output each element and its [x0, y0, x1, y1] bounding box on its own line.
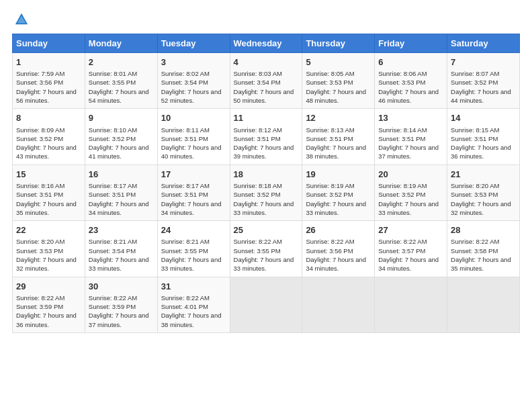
sunset-text: Sunset: 3:51 PM: [378, 135, 425, 142]
week-row-2: 8Sunrise: 8:09 AMSunset: 3:52 PMDaylight…: [13, 109, 520, 165]
sunrise-text: Sunrise: 8:14 AM: [378, 126, 427, 134]
day-number: 10: [161, 112, 226, 124]
daylight-text: Daylight: 7 hours and 48 minutes.: [306, 88, 366, 104]
day-number: 1: [16, 56, 81, 68]
daylight-text: Daylight: 7 hours and 38 minutes.: [306, 144, 366, 160]
sunrise-text: Sunrise: 8:17 AM: [89, 182, 137, 189]
sunset-text: Sunset: 4:01 PM: [161, 303, 208, 310]
day-number: 4: [234, 56, 299, 68]
daylight-text: Daylight: 7 hours and 40 minutes.: [161, 144, 222, 160]
sunrise-text: Sunrise: 8:22 AM: [234, 238, 282, 245]
sunrise-text: Sunrise: 8:15 AM: [451, 126, 499, 134]
sunrise-text: Sunrise: 8:17 AM: [161, 182, 210, 189]
day-cell: 9Sunrise: 8:10 AMSunset: 3:52 PMDaylight…: [85, 109, 157, 165]
day-cell: 18Sunrise: 8:18 AMSunset: 3:52 PMDayligh…: [230, 165, 302, 220]
sunset-text: Sunset: 3:52 PM: [451, 79, 498, 86]
sunset-text: Sunset: 3:55 PM: [89, 79, 136, 86]
day-number: 11: [234, 112, 299, 124]
daylight-text: Daylight: 7 hours and 34 minutes.: [378, 256, 439, 272]
daylight-text: Daylight: 7 hours and 32 minutes.: [451, 200, 511, 216]
day-cell: 22Sunrise: 8:20 AMSunset: 3:53 PMDayligh…: [13, 221, 85, 277]
sunset-text: Sunset: 3:55 PM: [161, 247, 208, 255]
daylight-text: Daylight: 7 hours and 32 minutes.: [16, 256, 77, 272]
day-number: 24: [161, 224, 226, 236]
day-number: 15: [16, 169, 81, 181]
day-cell: 7Sunrise: 8:07 AMSunset: 3:52 PMDaylight…: [447, 53, 520, 109]
day-number: 9: [89, 112, 154, 124]
day-cell: 25Sunrise: 8:22 AMSunset: 3:55 PMDayligh…: [230, 221, 302, 277]
day-number: 25: [234, 224, 299, 236]
sunset-text: Sunset: 3:53 PM: [451, 191, 498, 198]
sunset-text: Sunset: 3:58 PM: [451, 247, 498, 255]
day-cell: 8Sunrise: 8:09 AMSunset: 3:52 PMDaylight…: [13, 109, 85, 165]
daylight-text: Daylight: 7 hours and 33 minutes.: [161, 256, 222, 272]
header: [12, 12, 520, 27]
day-cell: 29Sunrise: 8:22 AMSunset: 3:59 PMDayligh…: [13, 277, 85, 332]
day-cell: [302, 277, 375, 332]
sunset-text: Sunset: 3:52 PM: [234, 191, 281, 198]
header-cell-sunday: Sunday: [13, 34, 85, 53]
daylight-text: Daylight: 7 hours and 54 minutes.: [89, 88, 149, 104]
sunrise-text: Sunrise: 8:22 AM: [378, 238, 427, 245]
sunset-text: Sunset: 3:55 PM: [234, 247, 281, 255]
sunrise-text: Sunrise: 8:11 AM: [161, 126, 210, 134]
daylight-text: Daylight: 7 hours and 35 minutes.: [16, 200, 77, 216]
day-cell: 17Sunrise: 8:17 AMSunset: 3:51 PMDayligh…: [157, 165, 230, 220]
day-number: 8: [16, 112, 81, 124]
header-cell-tuesday: Tuesday: [157, 34, 230, 53]
daylight-text: Daylight: 7 hours and 34 minutes.: [306, 256, 366, 272]
day-number: 13: [378, 112, 443, 124]
sunrise-text: Sunrise: 8:20 AM: [16, 238, 64, 245]
day-number: 22: [16, 224, 81, 236]
day-number: 7: [451, 56, 516, 68]
sunrise-text: Sunrise: 8:22 AM: [306, 238, 354, 245]
logo-icon: [14, 12, 29, 27]
sunset-text: Sunset: 3:51 PM: [451, 135, 498, 142]
sunrise-text: Sunrise: 8:19 AM: [306, 182, 354, 189]
sunrise-text: Sunrise: 8:03 AM: [234, 70, 282, 77]
day-cell: 13Sunrise: 8:14 AMSunset: 3:51 PMDayligh…: [375, 109, 447, 165]
day-number: 3: [161, 56, 226, 68]
sunrise-text: Sunrise: 8:22 AM: [16, 294, 64, 302]
sunset-text: Sunset: 3:54 PM: [89, 247, 136, 255]
day-cell: 10Sunrise: 8:11 AMSunset: 3:51 PMDayligh…: [157, 109, 230, 165]
day-number: 2: [89, 56, 154, 68]
day-cell: [375, 277, 447, 332]
daylight-text: Daylight: 7 hours and 34 minutes.: [89, 200, 149, 216]
day-cell: 15Sunrise: 8:16 AMSunset: 3:51 PMDayligh…: [13, 165, 85, 220]
week-row-4: 22Sunrise: 8:20 AMSunset: 3:53 PMDayligh…: [13, 221, 520, 277]
sunrise-text: Sunrise: 8:09 AM: [16, 126, 64, 134]
day-cell: [447, 277, 520, 332]
sunset-text: Sunset: 3:51 PM: [161, 191, 208, 198]
week-row-5: 29Sunrise: 8:22 AMSunset: 3:59 PMDayligh…: [13, 277, 520, 332]
day-number: 6: [378, 56, 443, 68]
day-number: 26: [306, 224, 371, 236]
sunset-text: Sunset: 3:56 PM: [16, 79, 63, 86]
sunset-text: Sunset: 3:57 PM: [378, 247, 425, 255]
sunrise-text: Sunrise: 8:21 AM: [161, 238, 210, 245]
day-number: 27: [378, 224, 443, 236]
day-cell: 23Sunrise: 8:21 AMSunset: 3:54 PMDayligh…: [85, 221, 157, 277]
sunset-text: Sunset: 3:53 PM: [378, 79, 425, 86]
sunset-text: Sunset: 3:51 PM: [161, 135, 208, 142]
sunrise-text: Sunrise: 8:06 AM: [378, 70, 427, 77]
sunrise-text: Sunrise: 8:13 AM: [306, 126, 354, 134]
sunrise-text: Sunrise: 8:07 AM: [451, 70, 499, 77]
sunset-text: Sunset: 3:51 PM: [306, 135, 353, 142]
sunrise-text: Sunrise: 8:02 AM: [161, 70, 210, 77]
day-cell: 3Sunrise: 8:02 AMSunset: 3:54 PMDaylight…: [157, 53, 230, 109]
sunrise-text: Sunrise: 8:21 AM: [89, 238, 137, 245]
day-number: 18: [234, 169, 299, 181]
daylight-text: Daylight: 7 hours and 37 minutes.: [89, 312, 149, 328]
day-cell: 11Sunrise: 8:12 AMSunset: 3:51 PMDayligh…: [230, 109, 302, 165]
week-row-3: 15Sunrise: 8:16 AMSunset: 3:51 PMDayligh…: [13, 165, 520, 220]
day-number: 20: [378, 169, 443, 181]
daylight-text: Daylight: 7 hours and 52 minutes.: [161, 88, 222, 104]
daylight-text: Daylight: 7 hours and 56 minutes.: [16, 88, 77, 104]
sunrise-text: Sunrise: 8:22 AM: [451, 238, 499, 245]
day-number: 28: [451, 224, 516, 236]
day-cell: 24Sunrise: 8:21 AMSunset: 3:55 PMDayligh…: [157, 221, 230, 277]
sunset-text: Sunset: 3:53 PM: [306, 79, 353, 86]
daylight-text: Daylight: 7 hours and 50 minutes.: [234, 88, 294, 104]
calendar-table: SundayMondayTuesdayWednesdayThursdayFrid…: [12, 34, 520, 333]
